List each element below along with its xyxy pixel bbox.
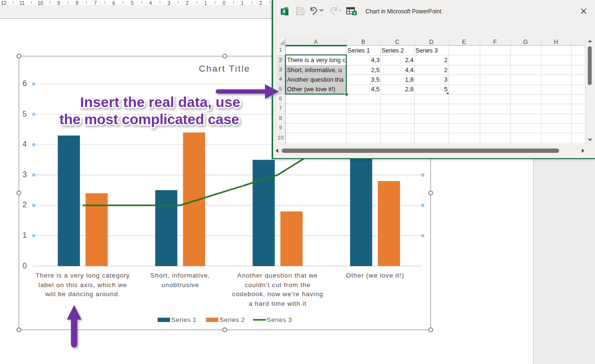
svg-text:the most complicated case: the most complicated case: [59, 111, 239, 127]
svg-text:Insert the real data, use: Insert the real data, use: [80, 94, 240, 110]
